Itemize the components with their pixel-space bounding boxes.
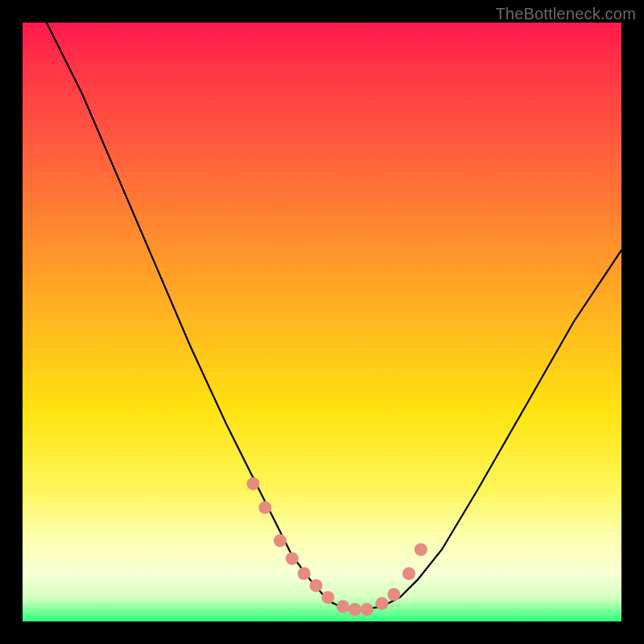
outer-frame: TheBottleneck.com bbox=[0, 0, 644, 644]
marker-dot bbox=[349, 603, 361, 616]
marker-dot bbox=[246, 477, 259, 490]
marker-dot bbox=[402, 568, 415, 580]
chart-svg bbox=[23, 23, 621, 621]
marker-dot bbox=[274, 535, 287, 547]
marker-dot bbox=[336, 600, 349, 613]
marker-dot bbox=[361, 603, 374, 616]
marker-dot bbox=[375, 597, 388, 610]
chart-plot-area bbox=[23, 23, 621, 621]
marker-dot bbox=[387, 588, 400, 601]
marker-dot bbox=[286, 552, 299, 565]
bottleneck-curve bbox=[47, 23, 621, 609]
marker-dot bbox=[415, 543, 427, 556]
marker-dot bbox=[298, 568, 311, 580]
watermark-text: TheBottleneck.com bbox=[495, 5, 636, 23]
curve-markers bbox=[246, 477, 427, 616]
marker-dot bbox=[321, 591, 334, 604]
marker-dot bbox=[258, 502, 271, 514]
marker-dot bbox=[310, 579, 323, 592]
